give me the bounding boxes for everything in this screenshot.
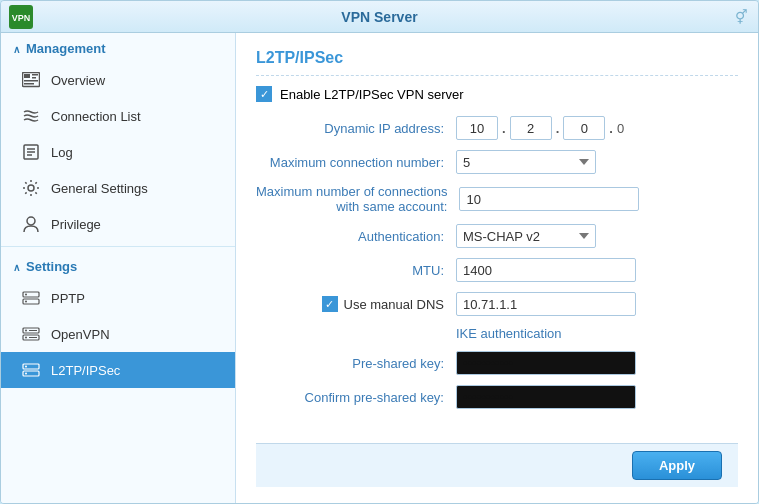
dynamic-ip-row: Dynamic IP address: . . . 0	[256, 116, 738, 140]
manual-dns-label: Use manual DNS	[344, 297, 444, 312]
ip-seg4-static: 0	[617, 121, 624, 136]
sidebar-item-pptp-label: PPTP	[51, 291, 85, 306]
footer-bar: Apply	[256, 443, 738, 487]
max-same-label: Maximum number of connections	[256, 184, 447, 199]
apply-button[interactable]: Apply	[632, 451, 722, 480]
mtu-row: MTU:	[256, 258, 738, 282]
sidebar-item-privilege[interactable]: Privilege	[1, 206, 235, 242]
form-section: ✓ Enable L2TP/IPSec VPN server Dynamic I…	[256, 86, 738, 443]
manual-dns-input[interactable]	[456, 292, 636, 316]
svg-rect-3	[24, 74, 30, 78]
svg-point-13	[27, 217, 35, 225]
page-title: L2TP/IPSec	[256, 49, 738, 76]
sidebar-item-privilege-label: Privilege	[51, 217, 101, 232]
overview-icon	[21, 70, 41, 90]
sidebar-item-l2tp-label: L2TP/IPSec	[51, 363, 120, 378]
mtu-label: MTU:	[256, 263, 456, 278]
ike-label: IKE authentication	[456, 326, 562, 341]
svg-point-16	[25, 294, 27, 296]
sidebar-item-overview[interactable]: Overview	[1, 62, 235, 98]
sidebar-item-pptp[interactable]: PPTP	[1, 280, 235, 316]
window-title: VPN Server	[341, 9, 417, 25]
sidebar-item-openvpn-label: OpenVPN	[51, 327, 110, 342]
sidebar: Management Overview	[1, 33, 236, 503]
ip-seg3[interactable]	[563, 116, 605, 140]
max-conn-select[interactable]: 5 1 2 3 4 6 7 8 9 10	[456, 150, 596, 174]
svg-rect-7	[24, 83, 34, 85]
sidebar-item-log[interactable]: Log	[1, 134, 235, 170]
preshared-key-input[interactable]	[456, 351, 636, 375]
svg-text:VPN: VPN	[12, 13, 31, 23]
ip-seg2[interactable]	[510, 116, 552, 140]
svg-point-12	[28, 185, 34, 191]
preshared-key-row: Pre-shared key:	[256, 351, 738, 375]
pin-icon[interactable]: ⚥	[735, 9, 748, 25]
sidebar-item-connection-list[interactable]: Connection List	[1, 98, 235, 134]
auth-row: Authentication: MS-CHAP v2 PAP CHAP MS-C…	[256, 224, 738, 248]
l2tp-icon	[21, 360, 41, 380]
max-same-label2: with same account:	[256, 199, 447, 214]
management-section-header[interactable]: Management	[1, 33, 235, 62]
sidebar-item-openvpn[interactable]: OpenVPN	[1, 316, 235, 352]
svg-rect-4	[32, 74, 38, 76]
svg-rect-6	[24, 80, 38, 82]
app-window: VPN VPN Server ⚥ Management	[0, 0, 759, 504]
sidebar-item-l2tp[interactable]: L2TP/IPSec	[1, 352, 235, 388]
app-logo: VPN	[9, 5, 33, 29]
enable-checkbox[interactable]: ✓	[256, 86, 272, 102]
manual-dns-row: ✓ Use manual DNS	[256, 292, 738, 316]
svg-rect-5	[32, 77, 36, 79]
settings-label: Settings	[26, 259, 77, 274]
mtu-input[interactable]	[456, 258, 636, 282]
confirm-preshared-input[interactable]	[456, 385, 636, 409]
preshared-key-label: Pre-shared key:	[256, 356, 456, 371]
general-settings-icon	[21, 178, 41, 198]
max-conn-label: Maximum connection number:	[256, 155, 456, 170]
max-same-input[interactable]	[459, 187, 639, 211]
svg-point-17	[25, 301, 27, 303]
sidebar-item-connection-label: Connection List	[51, 109, 141, 124]
content-area: L2TP/IPSec ✓ Enable L2TP/IPSec VPN serve…	[236, 33, 758, 503]
connection-icon	[21, 106, 41, 126]
auth-select[interactable]: MS-CHAP v2 PAP CHAP MS-CHAP	[456, 224, 596, 248]
main-content: Management Overview	[1, 33, 758, 503]
manual-dns-checkbox[interactable]: ✓	[322, 296, 338, 312]
svg-point-26	[25, 366, 27, 368]
sidebar-item-log-label: Log	[51, 145, 73, 160]
settings-section-header[interactable]: Settings	[1, 251, 235, 280]
max-conn-row: Maximum connection number: 5 1 2 3 4 6 7…	[256, 150, 738, 174]
svg-point-20	[25, 330, 27, 332]
sidebar-item-general-settings[interactable]: General Settings	[1, 170, 235, 206]
pptp-icon	[21, 288, 41, 308]
sidebar-divider	[1, 246, 235, 247]
ike-row: IKE authentication	[256, 326, 738, 341]
sidebar-item-general-settings-label: General Settings	[51, 181, 148, 196]
management-chevron-icon	[13, 41, 20, 56]
confirm-preshared-row: Confirm pre-shared key:	[256, 385, 738, 409]
max-same-row: Maximum number of connections with same …	[256, 184, 738, 214]
log-icon	[21, 142, 41, 162]
auth-label: Authentication:	[256, 229, 456, 244]
title-bar: VPN VPN Server ⚥	[1, 1, 758, 33]
ip-inputs: . . . 0	[456, 116, 624, 140]
dynamic-ip-label: Dynamic IP address:	[256, 121, 456, 136]
enable-row: ✓ Enable L2TP/IPSec VPN server	[256, 86, 738, 102]
svg-point-27	[25, 373, 27, 375]
privilege-icon	[21, 214, 41, 234]
svg-point-21	[25, 337, 27, 339]
confirm-preshared-label: Confirm pre-shared key:	[256, 390, 456, 405]
ip-seg1[interactable]	[456, 116, 498, 140]
openvpn-icon	[21, 324, 41, 344]
settings-chevron-icon	[13, 259, 20, 274]
sidebar-item-overview-label: Overview	[51, 73, 105, 88]
management-label: Management	[26, 41, 105, 56]
enable-label: Enable L2TP/IPSec VPN server	[280, 87, 464, 102]
